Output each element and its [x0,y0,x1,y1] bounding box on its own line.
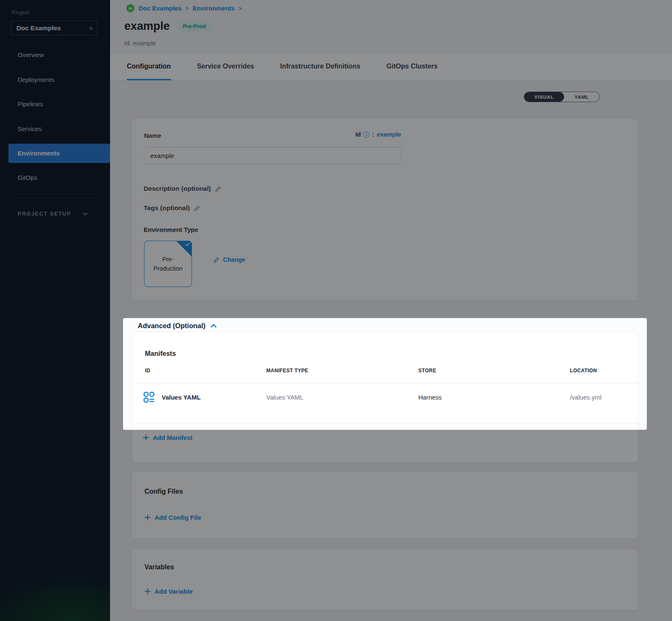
pencil-icon [213,257,220,263]
visual-yaml-toggle: VISUAL YAML [524,92,600,102]
id-colon: : [372,131,374,138]
description-edit[interactable]: Description (optional) [144,185,221,192]
manifests-title: Manifests [145,350,176,358]
project-name: Doc Examples [16,24,61,32]
double-chevron-right-icon: » [89,24,92,32]
breadcrumb-project-link[interactable]: Doc Examples [139,5,182,12]
content-area: VISUAL YAML Name Id i : example Descript… [110,81,672,621]
cd-module-icon: ∞ [126,4,135,13]
environment-type-card-preproduction[interactable]: Pre-Production [144,241,192,287]
sidebar-item-overview[interactable]: Overview [0,45,110,65]
check-icon [185,242,190,247]
column-header-manifest-type: MANIFEST TYPE [266,368,308,374]
environment-details-card: Name Id i : example Description (optiona… [132,118,638,300]
info-icon[interactable]: i [363,132,370,138]
id-value: example [377,131,401,138]
project-label: Project [12,9,29,16]
sidebar: Project Doc Examples » Overview Deployme… [0,0,110,621]
variables-title: Variables [144,563,174,571]
id-label: Id [355,131,361,138]
sidebar-item-services[interactable]: Services [0,119,110,139]
name-label: Name [144,132,161,139]
project-setup-toggle[interactable]: PROJECT SETUP [18,211,88,217]
entity-id-line: Id: example [124,40,156,47]
breadcrumb-environments-link[interactable]: Environments [193,5,235,12]
chevron-up-icon [210,322,217,329]
manifest-row-location: /values.yml [570,394,601,401]
name-input[interactable] [144,147,401,164]
config-files-title: Config Files [144,488,183,495]
manifest-row-store: Harness [418,394,442,401]
sidebar-item-deployments[interactable]: Deployments [0,70,110,89]
table-divider [132,384,638,384]
toggle-visual[interactable]: VISUAL [524,92,564,102]
sidebar-item-pipelines[interactable]: Pipelines [0,95,110,114]
variables-card: Variables Add Variable [132,549,638,610]
project-selector[interactable]: Doc Examples » [11,21,97,35]
sidebar-divider [13,198,96,198]
tab-configuration[interactable]: Configuration [127,54,171,80]
column-header-store: STORE [418,368,436,374]
environment-type-label: Environment Type [144,226,198,233]
manifest-values-icon [143,391,155,403]
plus-icon [144,514,151,521]
table-divider [132,424,638,424]
sidebar-item-environments[interactable]: Environments [8,144,110,163]
manifest-row-type: Values YAML [266,394,303,401]
column-header-location: LOCATION [570,368,597,374]
toggle-yaml[interactable]: YAML [564,92,599,102]
sidebar-item-gitops[interactable]: GitOps [0,168,110,187]
chevron-right-icon: > [186,5,189,12]
plus-icon [144,588,151,595]
advanced-collapse-toggle[interactable]: Advanced (Optional) [138,322,217,330]
environment-type-value: Pre-Production [144,255,192,273]
page-title: example [124,20,170,33]
manifest-row-id[interactable]: Values YAML [162,394,201,401]
id-cluster: Id i : example [355,131,401,138]
add-config-file-button[interactable]: Add Config File [144,514,201,521]
chevron-down-icon [82,211,88,217]
plus-icon [143,434,149,441]
manifests-card: Manifests ID MANIFEST TYPE STORE LOCATIO… [132,332,638,462]
add-variable-button[interactable]: Add Variable [144,588,193,595]
chevron-right-icon: > [239,5,242,12]
environment-configuration-page: Project Doc Examples » Overview Deployme… [0,0,672,621]
description-label: Description (optional) [144,185,211,192]
tags-label: Tags (optional) [144,204,190,212]
breadcrumb: ∞ Doc Examples > Environments > [126,4,242,13]
tags-edit[interactable]: Tags (optional) [144,204,200,212]
config-files-card: Config Files Add Config File [132,472,638,539]
title-row: example Pre-Prod [124,20,212,33]
pencil-icon [194,205,200,211]
add-manifest-button[interactable]: Add Manifest [143,434,192,441]
page-header: ∞ Doc Examples > Environments > example … [110,0,672,54]
environment-type-badge: Pre-Prod [177,21,212,31]
change-environment-type-link[interactable]: Change [213,256,245,263]
tab-bar: Configuration Service Overrides Infrastr… [110,54,672,81]
tab-gitops-clusters[interactable]: GitOps Clusters [386,54,438,80]
sidebar-decorative-hill [0,541,110,621]
tab-infrastructure-definitions[interactable]: Infrastructure Definitions [280,54,360,80]
tab-service-overrides[interactable]: Service Overrides [197,54,254,80]
pencil-icon [215,186,221,192]
column-header-id: ID [145,368,150,374]
